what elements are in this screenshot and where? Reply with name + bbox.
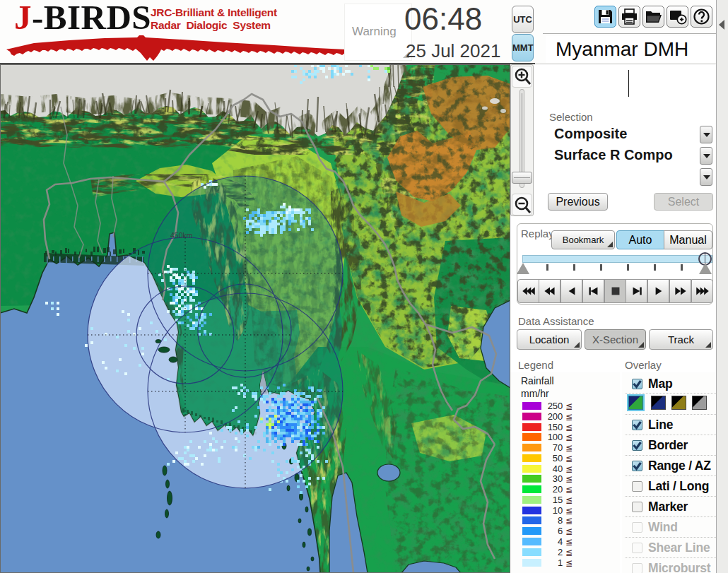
svg-text:450km: 450km	[170, 231, 193, 240]
